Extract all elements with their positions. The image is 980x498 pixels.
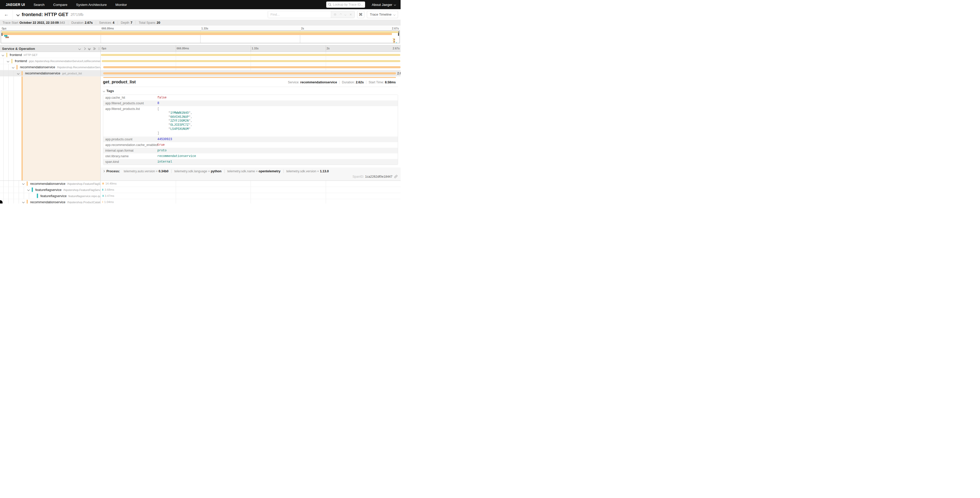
chevron-right-icon [103, 170, 105, 172]
tags-section-toggle[interactable]: Tags [103, 89, 398, 93]
tag-row: span.kind internal [103, 159, 398, 164]
span-row[interactable]: frontend HTTP GET [0, 52, 401, 58]
detail-service: Service: recommendationservice [286, 81, 339, 84]
span-expand-toggle[interactable] [18, 70, 19, 75]
span-service-name: frontend [15, 59, 27, 63]
span-row[interactable]: recommendationservice /hipstershop.Recom… [0, 64, 401, 70]
span-row[interactable]: recommendationservice get_product_list 2… [0, 70, 401, 77]
span-operation-name: /hipstershop.FeatureFlagService/Ge... [64, 188, 100, 192]
span-operation-name: /hipstershop.RecommendationService/Lis..… [57, 66, 100, 69]
span-expand-toggle[interactable] [12, 64, 14, 69]
nav-item-monitor[interactable]: Monitor [116, 3, 127, 6]
link-icon[interactable] [394, 175, 398, 178]
lookup-trace-id-input[interactable] [326, 2, 365, 8]
process-tag: telemetry.sdk.version = 1.13.0 [283, 169, 332, 173]
minimap-span [393, 42, 395, 43]
tag-row: internal.span.format proto [103, 148, 398, 153]
expand-one-icon[interactable] [83, 47, 86, 50]
span-duration-bar[interactable] [103, 66, 401, 68]
collapse-one-icon[interactable] [78, 47, 81, 50]
span-rows-bottom: recommendationservice /hipstershop.Featu… [0, 181, 401, 203]
span-duration-bar[interactable] [101, 54, 400, 56]
tag-row: otel.library.name recommendationservice [103, 153, 398, 159]
span-expand-toggle[interactable] [22, 200, 24, 203]
chevron-down-icon [27, 188, 30, 191]
trace-collapse-toggle[interactable] [17, 12, 19, 17]
span-service-name: frontend [10, 53, 22, 57]
brand-jaeger-ui[interactable]: JAEGER UI [6, 3, 25, 6]
tag-row: app.cache_hit false [103, 95, 398, 101]
tag-row: app.products.count 44530923 [103, 137, 398, 142]
find-bar: ✕ [268, 11, 355, 18]
collapse-all-icon[interactable] [88, 47, 90, 50]
expand-all-icon[interactable] [93, 48, 95, 49]
span-duration-label: 3.68ms [105, 188, 114, 191]
span-detail-row: get_product_list Service: recommendation… [0, 77, 401, 181]
tag-value: [ "1YMWWN1N4O", "66VCHSJNUP", "2ZYFJ3GM2… [155, 106, 398, 137]
span-duration-bar[interactable] [102, 189, 103, 191]
tag-value: true [155, 142, 398, 148]
find-controls: ✕ [331, 11, 354, 18]
tag-key: otel.library.name [103, 153, 155, 159]
tag-key: app.cache_hit [103, 95, 155, 101]
chevron-down-icon [393, 14, 395, 16]
span-rows-top: frontend HTTP GET frontend grpc.hipsters… [0, 52, 401, 77]
timeline-ticks: 0μs 666.89ms 1.33s 2s 2.67s [101, 46, 401, 52]
minimap-span [2, 31, 399, 33]
process-section-toggle[interactable]: Process: telemetry.auto.version = 0.34b0… [103, 169, 398, 173]
trace-minimap[interactable] [1, 30, 400, 43]
process-tag: telemetry.sdk.language = python [172, 169, 224, 173]
command-icon: ⌘ [359, 12, 363, 17]
search-icon [328, 3, 332, 6]
span-detail-left-column [0, 77, 101, 180]
span-row[interactable]: frontend grpc.hipstershop.Recommendation… [0, 58, 401, 64]
span-duration-bar[interactable] [103, 72, 396, 74]
tag-value: 44530923 [155, 137, 398, 142]
minimap-span [5, 37, 9, 38]
column-resizer[interactable] [99, 47, 100, 50]
summary-services: Services4 [96, 21, 118, 24]
top-nav: JAEGER UI Search Compare System Architec… [0, 0, 401, 9]
chevron-down-icon [7, 60, 10, 62]
span-operation-name: /hipstershop.FeatureFlagService... [67, 182, 100, 185]
back-button[interactable]: ← [0, 9, 13, 20]
clear-find-icon[interactable]: ✕ [350, 13, 352, 16]
detail-duration: Duration: 2.62s [339, 81, 366, 84]
tag-row: app.recommendation.cache_enabled true [103, 142, 398, 148]
span-operation-name: /hipstershop.ProductCatalogSer... [67, 201, 100, 203]
tag-value: internal [155, 159, 398, 164]
span-expand-toggle[interactable] [7, 58, 9, 63]
chevron-down-icon [22, 201, 25, 203]
span-row[interactable]: recommendationservice /hipstershop.Featu… [0, 181, 401, 187]
tag-value: 8 [155, 101, 398, 106]
nav-item-system-architecture[interactable]: System Architecture [76, 3, 107, 6]
tag-key: internal.span.format [103, 148, 155, 153]
span-expand-toggle[interactable] [28, 187, 29, 192]
process-tag: telemetry.auto.version = 0.34b0 [121, 169, 171, 173]
locate-icon[interactable] [333, 13, 337, 16]
span-duration-bar[interactable] [103, 195, 103, 197]
about-jaeger-menu[interactable]: About Jaeger [372, 3, 396, 6]
span-id-row: SpanID: 1ca2262df0e18447 [103, 173, 398, 180]
summary-total-spans: Total Spans20 [135, 21, 163, 24]
nav-item-compare[interactable]: Compare [53, 3, 67, 6]
keyboard-shortcuts-button[interactable]: ⌘ [357, 11, 364, 18]
span-expand-toggle[interactable] [2, 52, 4, 57]
summary-depth: Depth7 [118, 21, 135, 24]
chevron-down-icon [22, 182, 25, 185]
service-operation-header: Service & Operation [0, 46, 101, 52]
trace-view-selector[interactable]: Trace Timeline [367, 11, 398, 18]
span-row[interactable]: featureflagservice /hipstershop.FeatureF… [0, 187, 401, 193]
find-input[interactable] [268, 11, 331, 18]
span-row[interactable]: recommendationservice /hipstershop.Produ… [0, 199, 401, 203]
span-row[interactable]: featureflagservice featureflagservice.re… [0, 193, 401, 199]
span-service-name: featureflagservice [40, 194, 67, 198]
span-service-name: recommendationservice [25, 71, 60, 75]
nav-item-search[interactable]: Search [33, 3, 45, 6]
find-next-icon[interactable] [344, 14, 347, 16]
span-duration-bar[interactable] [102, 182, 104, 185]
span-duration-bar[interactable] [102, 201, 103, 203]
find-prev-icon[interactable] [340, 14, 342, 16]
span-duration-bar[interactable] [102, 60, 401, 62]
span-expand-toggle[interactable] [22, 181, 24, 185]
